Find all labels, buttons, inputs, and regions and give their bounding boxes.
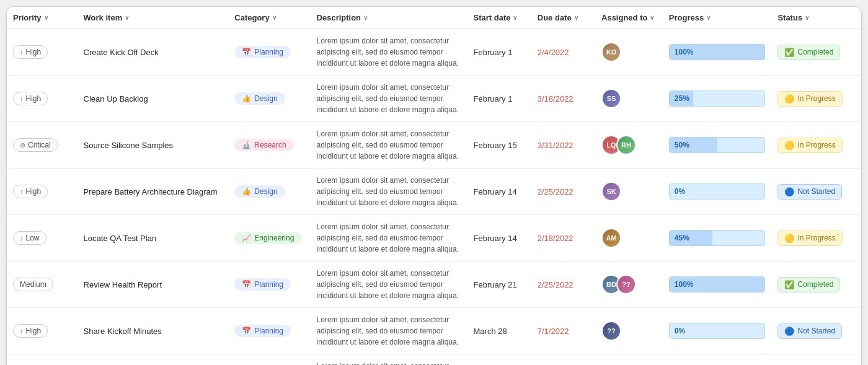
status-icon: ✅ — [784, 280, 794, 289]
description-text: Lorem ipsum dolor sit amet, consectetur … — [317, 83, 459, 114]
priority-cell: ↑High — [7, 29, 78, 76]
priority-badge: ↓Low — [13, 231, 46, 245]
description-cell: Lorem ipsum dolor sit amet, consectetur … — [311, 308, 467, 354]
col-header-workitem[interactable]: Work item ∨ — [78, 7, 229, 29]
col-header-assigned[interactable]: Assigned to ∨ — [595, 7, 663, 29]
up-arrow-icon: ↑ — [20, 327, 24, 335]
col-header-startdate[interactable]: Start date ∨ — [467, 7, 531, 29]
avatar: SK — [601, 182, 621, 201]
up-arrow-icon: ↑ — [20, 48, 24, 56]
chevron-down-icon: ∨ — [513, 14, 517, 21]
priority-cell: ↑High — [7, 169, 78, 215]
avatar: ?? — [601, 321, 621, 341]
avatars-group: BD?? — [601, 275, 657, 294]
status-icon: 🔵 — [784, 187, 794, 196]
up-arrow-icon: ↑ — [20, 95, 24, 102]
col-header-description[interactable]: Description ∨ — [311, 7, 467, 29]
assigned-cell: LQRH — [595, 122, 663, 169]
category-icon: 📅 — [242, 280, 251, 289]
work-item-cell: Source Silicone Samples — [78, 122, 229, 169]
down-arrow-icon: ↓ — [20, 234, 24, 242]
progress-bar: 25% — [669, 90, 766, 107]
status-label: Not Started — [797, 187, 835, 196]
progress-bar: 100% — [669, 276, 766, 292]
chevron-down-icon: ∨ — [805, 14, 809, 21]
priority-label: High — [26, 187, 42, 196]
start-date-value: February 1 — [474, 94, 513, 103]
avatar: KO — [601, 42, 621, 62]
assigned-cell: AM — [595, 215, 663, 262]
status-label: In Progress — [797, 234, 835, 242]
priority-badge: ↑High — [13, 185, 48, 198]
avatar: SS — [601, 89, 621, 108]
progress-bar: 50% — [669, 137, 766, 153]
table-row: MediumCreate Pitch Deck✉️MarketingLorem … — [7, 354, 861, 366]
chevron-down-icon: ∨ — [363, 14, 368, 21]
start-date-cell: February 1 — [467, 76, 531, 122]
assigned-cell: KO — [595, 29, 663, 76]
col-header-category[interactable]: Category ∨ — [228, 7, 310, 29]
progress-cell: 100% — [663, 262, 772, 308]
work-item-label: Review Health Report — [84, 280, 162, 289]
status-label: In Progress — [797, 141, 835, 149]
status-label: In Progress — [797, 94, 835, 103]
description-cell: Lorem ipsum dolor sit amet, consectetur … — [311, 29, 467, 76]
progress-cell: 50% — [663, 122, 772, 169]
description-cell: Lorem ipsum dolor sit amet, consectetur … — [311, 354, 467, 366]
assigned-cell: ?? — [595, 308, 663, 354]
due-date-value: 3/18/2022 — [538, 94, 574, 103]
avatars-group: SK — [601, 182, 657, 201]
description-text: Lorem ipsum dolor sit amet, consectetur … — [317, 37, 459, 68]
status-cell: ✅Completed — [771, 262, 861, 308]
due-date-value: 2/4/2022 — [538, 48, 569, 57]
col-header-status[interactable]: Status ∨ — [771, 7, 861, 29]
category-badge: 🔬Research — [234, 139, 293, 151]
status-badge: 🟡In Progress — [777, 231, 842, 246]
status-badge: 🟡In Progress — [777, 138, 842, 153]
description-text: Lorem ipsum dolor sit amet, consectetur … — [317, 362, 459, 365]
progress-cell: 100% — [663, 29, 772, 76]
description-text: Lorem ipsum dolor sit amet, consectetur … — [317, 222, 459, 253]
description-text: Lorem ipsum dolor sit amet, consectetur … — [317, 130, 459, 161]
progress-cell: 90% — [663, 354, 772, 366]
table-row: ↑HighCreate Kick Off Deck📅PlanningLorem … — [7, 29, 861, 76]
progress-cell: 45% — [663, 215, 772, 262]
category-icon: 📈 — [242, 234, 251, 242]
avatars-group: ?? — [601, 321, 657, 341]
start-date-cell: February 1 — [467, 29, 531, 76]
status-cell: 🟡In Progress — [771, 354, 861, 366]
start-date-value: February 21 — [474, 280, 517, 289]
start-date-cell: April 18 — [467, 354, 531, 366]
start-date-value: February 15 — [474, 141, 517, 150]
category-badge: 👍Design — [234, 92, 285, 105]
avatar: ?? — [616, 275, 636, 294]
col-header-progress[interactable]: Progress ∨ — [663, 7, 772, 29]
work-item-cell: Create Kick Off Deck — [78, 29, 229, 76]
progress-label: 0% — [675, 187, 685, 196]
table-row: ↓LowLocate QA Test Plan📈EngineeringLorem… — [7, 215, 861, 262]
col-header-duedate[interactable]: Due date ∨ — [531, 7, 595, 29]
status-cell: 🔵Not Started — [771, 169, 861, 215]
category-icon: 🔬 — [242, 141, 251, 149]
work-item-label: Source Silicone Samples — [84, 141, 174, 150]
work-item-label: Clean Up Backlog — [84, 94, 148, 103]
category-label: Research — [254, 141, 286, 149]
description-cell: Lorem ipsum dolor sit amet, consectetur … — [311, 262, 467, 308]
assigned-cell: SK — [595, 169, 663, 215]
status-icon: 🔵 — [784, 327, 794, 336]
due-date-cell: 7/1/2022 — [531, 308, 595, 354]
status-label: Completed — [797, 48, 833, 56]
due-date-value: 3/31/2022 — [538, 141, 574, 150]
col-header-priority[interactable]: Priority ∨ — [7, 7, 78, 29]
status-cell: 🟡In Progress — [771, 215, 861, 262]
assigned-cell: SS — [595, 76, 663, 122]
priority-cell: Medium — [7, 354, 78, 366]
up-arrow-icon: ↑ — [20, 188, 24, 195]
main-table-container: Priority ∨ Work item ∨ Category ∨ — [6, 6, 862, 365]
status-cell: 🟡In Progress — [771, 122, 861, 169]
start-date-cell: February 15 — [467, 122, 531, 169]
avatar: AM — [601, 228, 621, 248]
priority-label: High — [26, 327, 42, 335]
category-label: Planning — [254, 327, 283, 335]
work-item-label: Prepare Battery Architecture Diagram — [84, 187, 218, 196]
